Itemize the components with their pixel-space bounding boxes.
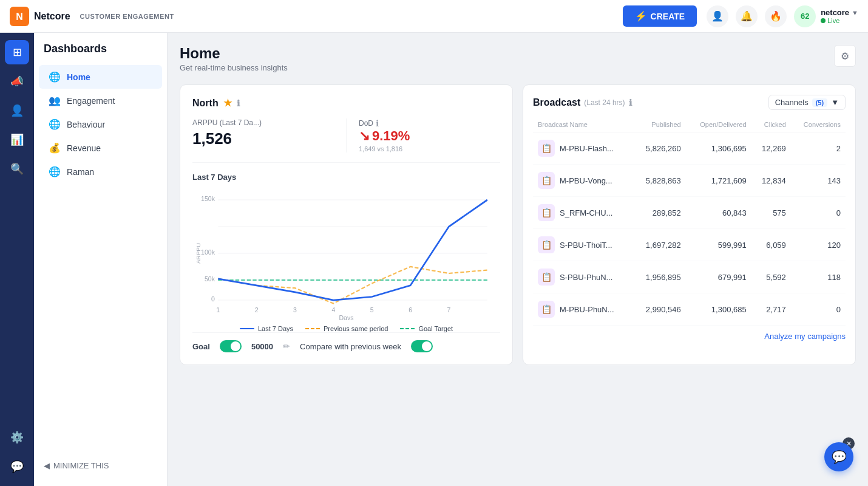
published-cell-2: 289,852 (633, 197, 685, 229)
rail-chart-icon[interactable]: 📊 (5, 128, 29, 152)
conversions-cell-1: 143 (791, 165, 846, 197)
published-cell-1: 5,828,863 (633, 165, 685, 197)
channels-label: Channels (775, 98, 809, 107)
bolt-icon: ⚡ (635, 10, 647, 22)
create-label: CREATE (651, 12, 685, 21)
arppu-label: ARPPU (Last 7 Da...) (192, 118, 334, 127)
broadcast-subtitle: (Last 24 hrs) (584, 98, 625, 107)
svg-text:1: 1 (216, 306, 220, 313)
logo-text: Netcore (34, 11, 70, 22)
sidebar-item-engagement-label: Engagement (67, 96, 115, 106)
home-icon: 🌐 (49, 71, 61, 83)
north-title-text: North (192, 98, 219, 109)
broadcast-name-5: 📋 M-PBU-PhuN... (538, 301, 628, 318)
broadcast-name-cell: 📋 S-PBU-PhuN... (533, 261, 633, 293)
star-icon[interactable]: ★ (223, 97, 232, 109)
broadcast-icon-0: 📋 (538, 140, 555, 157)
svg-text:7: 7 (447, 306, 451, 313)
live-dot (821, 18, 826, 23)
minimize-button[interactable]: ◀ MINIMIZE THIS (34, 455, 167, 476)
header-subtitle: CUSTOMER ENGAGEMENT (80, 13, 174, 20)
published-cell-0: 5,826,260 (633, 132, 685, 165)
fire-icon-button[interactable]: 🔥 (765, 5, 787, 27)
compare-toggle[interactable] (411, 340, 433, 352)
north-info-icon[interactable]: ℹ (237, 98, 240, 108)
col-clicked: Clicked (751, 117, 791, 132)
broadcast-name-cell: 📋 M-PBU-Vong... (533, 165, 633, 197)
sidebar: Dashboards 🌐 Home 👥 Engagement 🌐 Behavio… (34, 33, 168, 486)
open-cell-3: 599,991 (686, 229, 751, 261)
broadcast-title-text: Broadcast (533, 97, 580, 108)
support-button[interactable]: 62 (794, 5, 816, 27)
sidebar-item-behaviour[interactable]: 🌐 Behaviour (39, 112, 162, 136)
sidebar-title: Dashboards (34, 43, 167, 65)
sidebar-item-raman-label: Raman (67, 167, 94, 177)
chart-legend: Last 7 Days Previous same period Goal Ta… (192, 325, 500, 332)
table-row: 📋 M-PBU-Vong... 5,828,863 1,721,609 12,8… (533, 165, 846, 197)
sidebar-item-revenue[interactable]: 💰 Revenue (39, 136, 162, 160)
legend-goal-label: Goal Target (418, 325, 453, 332)
page-header: Home Get real-time business insights ⚙ (180, 45, 856, 72)
rail-dashboard-icon[interactable]: ⊞ (5, 40, 29, 64)
settings-button[interactable]: ⚙ (834, 45, 856, 67)
svg-text:Days: Days (339, 314, 353, 320)
sidebar-item-home[interactable]: 🌐 Home (39, 65, 162, 89)
table-row: 📋 S-PBU-ThoiT... 1,697,282 599,991 6,059… (533, 229, 846, 261)
rail-users-icon[interactable]: 👤 (5, 98, 29, 123)
legend-goal-line (400, 328, 415, 329)
col-name: Broadcast Name (533, 117, 633, 132)
sidebar-item-behaviour-label: Behaviour (67, 120, 105, 129)
rail-search-icon[interactable]: 🔍 (5, 157, 29, 181)
chat-fab-button[interactable]: 💬 (824, 442, 853, 471)
chevron-down-icon: ▼ (852, 9, 858, 16)
user-icon-button[interactable]: 👤 (707, 5, 728, 27)
broadcast-name-text-2: S_RFM-CHU... (560, 208, 612, 217)
col-published: Published (633, 117, 685, 132)
channels-button[interactable]: Channels (5) ▼ (768, 95, 846, 110)
svg-text:0: 0 (211, 295, 215, 303)
dod-info-icon[interactable]: ℹ (376, 118, 379, 128)
dod-comparison: 1,649 vs 1,816 (359, 145, 500, 152)
svg-text:ARPPU: ARPPU (195, 243, 202, 264)
broadcast-icon-2: 📋 (538, 204, 555, 221)
arppu-value: 1,526 (192, 129, 334, 148)
legend-last7-label: Last 7 Days (258, 325, 293, 332)
chart-container: 150k 100k 50k 0 ARPPU (192, 187, 500, 320)
sidebar-item-raman[interactable]: 🌐 Raman (39, 160, 162, 183)
user-status: Live (827, 17, 839, 24)
user-info[interactable]: netcore ▼ Live (821, 8, 858, 24)
goal-label: Goal (192, 342, 210, 351)
notifications-button[interactable]: 🔔 (736, 5, 758, 27)
published-cell-4: 1,956,895 (633, 261, 685, 293)
goal-toggle[interactable] (220, 340, 242, 352)
open-cell-5: 1,300,685 (686, 293, 751, 326)
rail-settings-icon[interactable]: ⚙️ (5, 425, 29, 450)
edit-icon[interactable]: ✏ (283, 341, 290, 351)
sidebar-item-engagement[interactable]: 👥 Engagement (39, 89, 162, 112)
sidebar-item-revenue-label: Revenue (67, 143, 101, 153)
create-button[interactable]: ⚡ CREATE (623, 5, 697, 27)
user-name: netcore (821, 8, 849, 17)
dod-value: ↘ 9.19% (359, 128, 500, 144)
table-row: 📋 S_RFM-CHU... 289,852 60,843 575 0 (533, 197, 846, 229)
broadcast-info-icon[interactable]: ℹ (629, 98, 632, 108)
icon-rail: ⊞ 📣 👤 📊 🔍 ⚙️ 💬 (0, 33, 34, 486)
logo: N Netcore (10, 7, 70, 26)
minimize-arrow-icon: ◀ (44, 461, 50, 470)
broadcast-table: Broadcast Name Published Open/Delivered … (533, 117, 846, 326)
chart-label-row: Last 7 Days (192, 173, 500, 182)
top-header: N Netcore CUSTOMER ENGAGEMENT ⚡ CREATE 👤… (0, 0, 868, 33)
rail-help-icon[interactable]: 💬 (5, 454, 29, 479)
broadcast-icon-4: 📋 (538, 269, 555, 286)
broadcast-title: Broadcast (Last 24 hrs) ℹ (533, 97, 632, 108)
analyze-link[interactable]: Analyze my campaigns (533, 326, 846, 341)
page-subtitle: Get real-time business insights (180, 63, 288, 72)
table-header-row: Broadcast Name Published Open/Delivered … (533, 117, 846, 132)
conversions-cell-2: 0 (791, 197, 846, 229)
broadcast-name-text-0: M-PBU-Flash... (560, 144, 614, 153)
header-icons: 👤 🔔 🔥 62 (707, 5, 816, 27)
channels-chevron-icon: ▼ (831, 98, 839, 107)
rail-megaphone-icon[interactable]: 📣 (5, 69, 29, 94)
behaviour-icon: 🌐 (49, 118, 61, 130)
revenue-icon: 💰 (49, 142, 61, 154)
